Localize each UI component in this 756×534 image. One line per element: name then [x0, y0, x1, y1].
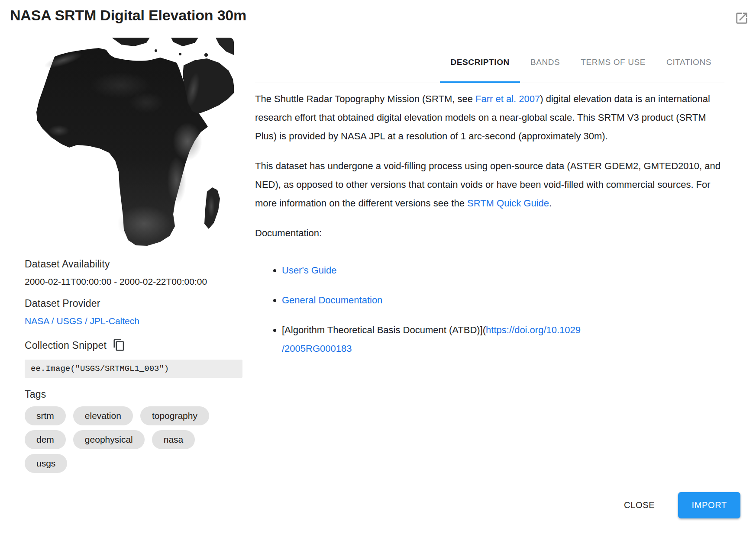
atbd-doi-link-line2: /2005RG000183 [282, 343, 352, 354]
tag-chip: usgs [25, 454, 67, 473]
africa-map-graphic [34, 38, 234, 248]
import-button[interactable]: IMPORT [678, 492, 740, 518]
dialog-actions: CLOSE IMPORT [624, 492, 740, 518]
description-paragraph-2: This dataset has undergone a void-fillin… [255, 157, 724, 212]
africa-elevation-preview-image [34, 38, 234, 248]
atbd-text: [Algorithm Theoretical Basis Document (A… [282, 325, 486, 335]
tag-chip: geophysical [73, 430, 145, 449]
dataset-sidebar: Dataset Availability 2000-02-11T00:00:00… [25, 38, 242, 478]
documentation-list: User's Guide General Documentation [Algo… [255, 261, 724, 358]
dataset-provider-label: Dataset Provider [25, 298, 242, 309]
description-body: The Shuttle Radar Topography Mission (SR… [255, 83, 724, 358]
open-in-new-button[interactable] [733, 10, 750, 27]
tag-chip: topography [140, 406, 209, 425]
description-paragraph-1: The Shuttle Radar Topography Mission (SR… [255, 90, 724, 145]
users-guide-link[interactable]: User's Guide [282, 265, 336, 276]
tab-terms-of-use[interactable]: TERMS OF USE [570, 42, 656, 83]
dataset-detail-panel: DESCRIPTION BANDS TERMS OF USE CITATIONS… [255, 42, 724, 369]
tags-label: Tags [25, 389, 242, 400]
paragraph-text: The Shuttle Radar Topography Mission (SR… [255, 93, 475, 104]
collection-snippet-label: Collection Snippet [25, 340, 107, 351]
general-documentation-link[interactable]: General Documentation [282, 295, 382, 306]
paragraph-text: . [549, 198, 552, 209]
close-button[interactable]: CLOSE [624, 500, 655, 510]
tab-bands[interactable]: BANDS [520, 42, 570, 83]
copy-snippet-button[interactable] [112, 337, 126, 354]
tag-chip: elevation [73, 406, 133, 425]
documentation-label: Documentation: [255, 224, 724, 242]
list-item: General Documentation [282, 291, 724, 309]
srtm-quick-guide-link[interactable]: SRTM Quick Guide [467, 198, 549, 209]
dataset-provider-link[interactable]: NASA / USGS / JPL-Caltech [25, 316, 139, 326]
list-item: [Algorithm Theoretical Basis Document (A… [282, 321, 724, 358]
tag-chip: dem [25, 430, 66, 449]
dataset-availability-label: Dataset Availability [25, 258, 242, 270]
open-in-new-icon [734, 20, 749, 27]
tab-citations[interactable]: CITATIONS [656, 42, 722, 83]
tag-chip: srtm [25, 406, 66, 425]
tag-chip: nasa [152, 430, 195, 449]
list-item: User's Guide [282, 261, 724, 280]
tab-bar: DESCRIPTION BANDS TERMS OF USE CITATIONS [255, 42, 724, 83]
page-title: NASA SRTM Digital Elevation 30m [10, 7, 246, 24]
atbd-doi-link-line1: https://doi.org/10.1029 [486, 325, 581, 335]
tab-description[interactable]: DESCRIPTION [440, 42, 520, 83]
collection-snippet-code: ee.Image("USGS/SRTMGL1_003") [25, 360, 242, 378]
tags-list: srtmelevationtopographydemgeophysicalnas… [25, 406, 233, 478]
content-copy-icon [113, 347, 126, 354]
farr-et-al-link[interactable]: Farr et al. 2007 [475, 93, 540, 104]
dataset-dialog: NASA SRTM Digital Elevation 30m [0, 0, 756, 534]
dataset-availability-value: 2000-02-11T00:00:00 - 2000-02-22T00:00:0… [25, 277, 242, 287]
